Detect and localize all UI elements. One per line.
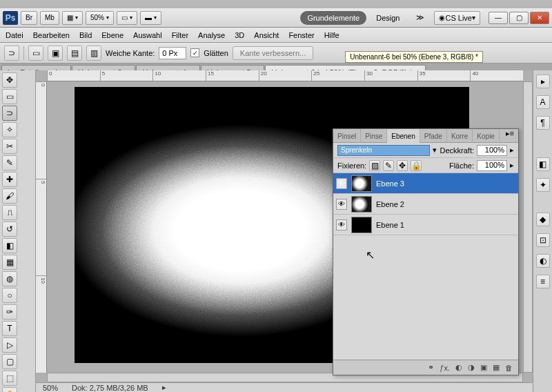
layer-name[interactable]: Ebene 2	[376, 200, 404, 208]
heal-tool[interactable]: ✚	[2, 172, 17, 187]
close-button[interactable]: ✕	[530, 12, 549, 24]
path-tool[interactable]: ▷	[2, 337, 17, 353]
visibility-icon[interactable]: 👁	[336, 178, 347, 189]
dodge-tool[interactable]: ○	[2, 288, 17, 303]
gradient-tool[interactable]: ▦	[2, 255, 17, 270]
swatches-panel-icon[interactable]: ◧	[536, 157, 550, 171]
stamp-tool[interactable]: ⎍	[2, 205, 17, 220]
workspace-design[interactable]: Design	[369, 11, 406, 25]
intersect-selection-icon[interactable]: ▥	[86, 46, 101, 61]
panel-menu-icon[interactable]: ▸≡	[502, 129, 518, 142]
menu-bild[interactable]: Bild	[79, 31, 92, 39]
status-arrow[interactable]: ▸	[162, 383, 166, 392]
opacity-label: Deckkraft:	[440, 146, 474, 155]
menu-bearbeiten[interactable]: Bearbeiten	[33, 31, 70, 39]
3d-tool[interactable]: ⬚	[2, 371, 17, 386]
lock-pixels-icon[interactable]: ✎	[383, 160, 394, 171]
layer-row[interactable]: 👁 Ebene 3	[333, 173, 518, 194]
panel-tab-ebenen[interactable]: Ebenen	[387, 129, 420, 143]
cslive-button[interactable]: ◉ CS Live ▾	[434, 11, 480, 25]
workspace-active[interactable]: Grundelemente	[300, 11, 366, 25]
layers-panel-icon[interactable]: ◆	[536, 213, 550, 226]
menu-datei[interactable]: Datei	[6, 31, 23, 39]
blend-mode-select[interactable]: Sprenkeln	[337, 145, 430, 156]
paths-panel-icon[interactable]: ◐	[536, 254, 550, 268]
panel-tab-pinse[interactable]: Pinse	[361, 129, 387, 143]
bridge-button[interactable]: Br	[21, 11, 37, 25]
opacity-input[interactable]: 100%	[477, 145, 507, 156]
visibility-icon[interactable]: 👁	[336, 219, 347, 231]
panel-tab-kopie[interactable]: Kopie	[473, 129, 500, 143]
menu-ansicht[interactable]: Ansicht	[254, 31, 279, 39]
zoom-dropdown[interactable]: 50%	[86, 11, 114, 25]
visibility-icon[interactable]: 👁	[336, 199, 347, 210]
panel-tab-pinsel[interactable]: Pinsel	[333, 129, 361, 143]
screenmode-dropdown[interactable]: ▬	[140, 11, 161, 25]
layer-name[interactable]: Ebene 3	[376, 179, 404, 188]
panel-tab-pfade[interactable]: Pfade	[420, 129, 447, 143]
new-selection-icon[interactable]: ▭	[28, 46, 43, 61]
marquee-tool[interactable]: ▭	[2, 89, 17, 104]
lock-all-icon[interactable]: 🔒	[411, 160, 422, 171]
mask-icon[interactable]: ◐	[455, 363, 462, 372]
feather-input[interactable]: 0 Px	[159, 47, 186, 59]
view-extras-dropdown[interactable]: ▦	[62, 11, 83, 25]
eyedropper-tool[interactable]: ✎	[2, 155, 17, 170]
antialias-checkbox[interactable]: ✓	[190, 48, 199, 57]
scrollbar-vertical[interactable]	[523, 81, 533, 373]
add-selection-icon[interactable]: ▣	[48, 46, 63, 61]
menu-ebene[interactable]: Ebene	[101, 31, 124, 39]
dock-expand-icon[interactable]: ▸	[536, 75, 550, 88]
shape-tool[interactable]: ▢	[2, 354, 17, 369]
paragraph-panel-icon[interactable]: ¶	[536, 116, 550, 130]
adjustments-panel-icon[interactable]: ≡	[536, 275, 550, 288]
lasso-tool-preset[interactable]: ⊃	[4, 46, 19, 61]
status-doc[interactable]: Dok: 2,75 MB/3,26 MB	[72, 384, 148, 392]
menu-fenster[interactable]: Fenster	[288, 31, 314, 39]
character-panel-icon[interactable]: A	[536, 95, 550, 109]
status-zoom[interactable]: 50%	[43, 384, 58, 392]
fill-label: Fläche:	[449, 161, 474, 170]
blur-tool[interactable]: ◍	[2, 271, 17, 286]
delete-layer-icon[interactable]: 🗑	[505, 364, 513, 372]
menu-3d[interactable]: 3D	[235, 31, 244, 39]
pen-tool[interactable]: ✑	[2, 304, 17, 320]
link-layers-icon[interactable]: ⚭	[428, 363, 434, 372]
crop-tool[interactable]: ✂	[2, 139, 17, 154]
refine-edge-button[interactable]: Kante verbessern...	[233, 46, 313, 60]
layer-row[interactable]: 👁 Ebene 2	[333, 194, 518, 215]
maximize-button[interactable]: ▢	[509, 12, 529, 24]
layer-row[interactable]: 👁 Ebene 1	[333, 215, 518, 235]
history-brush-tool[interactable]: ↺	[2, 222, 17, 237]
hand-tool[interactable]: ✋	[2, 387, 17, 392]
fill-input[interactable]: 100%	[477, 160, 507, 171]
minimize-button[interactable]: —	[489, 12, 508, 24]
new-layer-icon[interactable]: ▦	[493, 363, 500, 372]
menu-filter[interactable]: Filter	[172, 31, 188, 39]
lasso-tool[interactable]: ⊃	[2, 106, 17, 121]
eraser-tool[interactable]: ◧	[2, 238, 17, 253]
panel-tab-korre[interactable]: Korre	[447, 129, 473, 143]
layer-thumbnail[interactable]	[351, 175, 372, 192]
menu-analyse[interactable]: Analyse	[198, 31, 225, 39]
layer-thumbnail[interactable]	[351, 217, 372, 233]
fx-icon[interactable]: ƒx.	[440, 364, 450, 372]
lock-position-icon[interactable]: ✥	[397, 160, 408, 171]
group-icon[interactable]: ▣	[480, 363, 487, 372]
wand-tool[interactable]: ✧	[2, 122, 17, 137]
workspace-more[interactable]: ≫	[409, 11, 431, 25]
arrange-dropdown[interactable]: ▭	[117, 11, 137, 25]
channels-panel-icon[interactable]: ⊡	[536, 233, 550, 247]
lock-transparent-icon[interactable]: ▨	[369, 160, 380, 171]
layer-name[interactable]: Ebene 1	[376, 221, 404, 229]
brush-tool[interactable]: 🖌	[2, 188, 17, 204]
styles-panel-icon[interactable]: ✦	[536, 178, 550, 192]
type-tool[interactable]: T	[2, 321, 17, 336]
subtract-selection-icon[interactable]: ▤	[67, 46, 82, 61]
adjustment-layer-icon[interactable]: ◑	[468, 363, 475, 372]
minibridge-button[interactable]: Mb	[40, 11, 59, 25]
menu-hilfe[interactable]: Hilfe	[324, 31, 339, 39]
move-tool[interactable]: ✥	[2, 72, 17, 88]
menu-auswahl[interactable]: Auswahl	[133, 31, 162, 39]
layer-thumbnail[interactable]	[351, 196, 372, 213]
